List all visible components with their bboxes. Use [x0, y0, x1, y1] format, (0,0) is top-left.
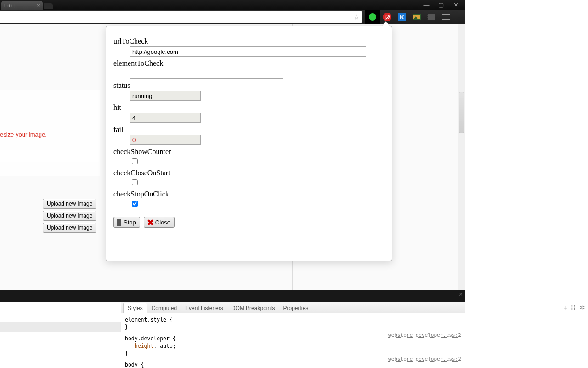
- hit-output: [130, 113, 201, 123]
- minimize-button[interactable]: —: [419, 0, 434, 9]
- browser-tab[interactable]: Edit | ×: [1, 1, 43, 10]
- css-value: auto: [160, 343, 173, 349]
- label-hit: hit: [113, 104, 384, 112]
- extension-popup: urlToCheck elementToCheck status hit fai…: [106, 26, 392, 261]
- label-check-show-counter: checkShowCounter: [113, 148, 384, 156]
- css-source-link[interactable]: webstore developer.css:2: [388, 332, 461, 339]
- devtools-settings-icon[interactable]: ✲: [579, 304, 585, 312]
- extension-screenshot[interactable]: [409, 10, 424, 24]
- stop-button[interactable]: Stop: [113, 217, 140, 228]
- css-rule-close: }: [125, 323, 461, 331]
- upload-image-button[interactable]: Upload new image: [43, 199, 96, 209]
- label-fail: fail: [113, 126, 384, 134]
- label-element-to-check: elementToCheck: [113, 59, 384, 68]
- address-bar[interactable]: ☆: [0, 12, 362, 23]
- check-close-on-start[interactable]: [132, 179, 138, 185]
- picture-icon: [413, 14, 421, 20]
- offscreen-area: [465, 0, 588, 368]
- extension-buffer[interactable]: [424, 10, 439, 24]
- devtools-tab-styles[interactable]: Styles: [123, 303, 147, 313]
- browser-toolbar: ☆ K: [0, 10, 465, 24]
- label-url-to-check: urlToCheck: [113, 37, 384, 46]
- check-show-counter[interactable]: [132, 158, 138, 164]
- stop-sign-icon: [383, 13, 391, 21]
- devtools-elements-pane[interactable]: [0, 302, 121, 368]
- x-icon: ✖: [147, 219, 154, 226]
- new-tab-button[interactable]: [44, 3, 53, 9]
- window-titlebar: Edit | × — ▢ ✕: [0, 0, 465, 10]
- element-to-check-input[interactable]: [130, 69, 283, 79]
- browser-menu-button[interactable]: [439, 10, 453, 24]
- check-stop-on-click[interactable]: [132, 201, 138, 207]
- upload-button-stack: Upload new image Upload new image Upload…: [43, 199, 96, 233]
- upload-image-button[interactable]: Upload new image: [43, 223, 96, 233]
- devtools-drag-bar[interactable]: [0, 290, 465, 302]
- close-button-label: Close: [155, 219, 170, 226]
- maximize-button[interactable]: ▢: [434, 0, 448, 9]
- close-popup-button[interactable]: ✖ Close: [144, 217, 175, 228]
- fail-output: [130, 135, 201, 145]
- devtools-tabs: Styles Computed Event Listeners DOM Brea…: [121, 302, 465, 313]
- devtools-styles-code[interactable]: element.style { } webstore developer.css…: [121, 313, 465, 368]
- label-status: status: [113, 81, 384, 90]
- label-check-stop-on-click: checkStopOnClick: [113, 190, 384, 198]
- devtools-tab-event-listeners[interactable]: Event Listeners: [181, 303, 227, 313]
- bookmark-star-icon[interactable]: ☆: [353, 13, 360, 22]
- url-to-check-input[interactable]: [130, 46, 366, 57]
- toggle-element-state-icon[interactable]: ⁞⁞: [571, 304, 576, 312]
- css-rule-selector: element.style {: [125, 316, 461, 323]
- devtools-close-icon[interactable]: ×: [457, 291, 465, 299]
- tab-title: Edit |: [4, 3, 16, 8]
- scrollbar-track[interactable]: [458, 24, 465, 290]
- window-controls: — ▢ ✕: [419, 0, 465, 10]
- upload-image-button[interactable]: Upload new image: [43, 211, 96, 221]
- new-style-rule-icon[interactable]: +: [563, 304, 567, 312]
- devtools-tab-computed[interactable]: Computed: [147, 303, 181, 313]
- css-property: height: [135, 343, 154, 349]
- scrollbar-thumb[interactable]: [459, 92, 464, 133]
- pause-icon: [117, 219, 122, 226]
- resize-warning-text: esize your image.: [0, 131, 47, 138]
- devtools-panel: Styles Computed Event Listeners DOM Brea…: [0, 302, 465, 368]
- popup-arrow: [382, 22, 390, 26]
- status-output: [130, 91, 201, 101]
- close-window-button[interactable]: ✕: [448, 0, 463, 9]
- label-check-close-on-start: checkCloseOnStart: [113, 169, 384, 177]
- devtools-tab-properties[interactable]: Properties: [279, 303, 312, 313]
- stack-icon: [428, 14, 435, 20]
- devtools-tab-dom-breakpoints[interactable]: DOM Breakpoints: [227, 303, 279, 313]
- extension-monitor[interactable]: [365, 10, 380, 24]
- close-tab-icon[interactable]: ×: [37, 2, 40, 9]
- k-icon: K: [398, 13, 406, 21]
- devtools-left-strip: [0, 322, 121, 332]
- devtools-toolbar-icons: + ⁞⁞ ✲: [563, 304, 585, 312]
- hamburger-icon: [442, 14, 450, 20]
- extension-k[interactable]: K: [395, 10, 409, 24]
- green-dot-icon: [369, 13, 376, 21]
- stop-button-label: Stop: [124, 219, 136, 226]
- partial-text-input[interactable]: [0, 150, 99, 162]
- css-source-link[interactable]: webstore developer.css:2: [388, 356, 461, 363]
